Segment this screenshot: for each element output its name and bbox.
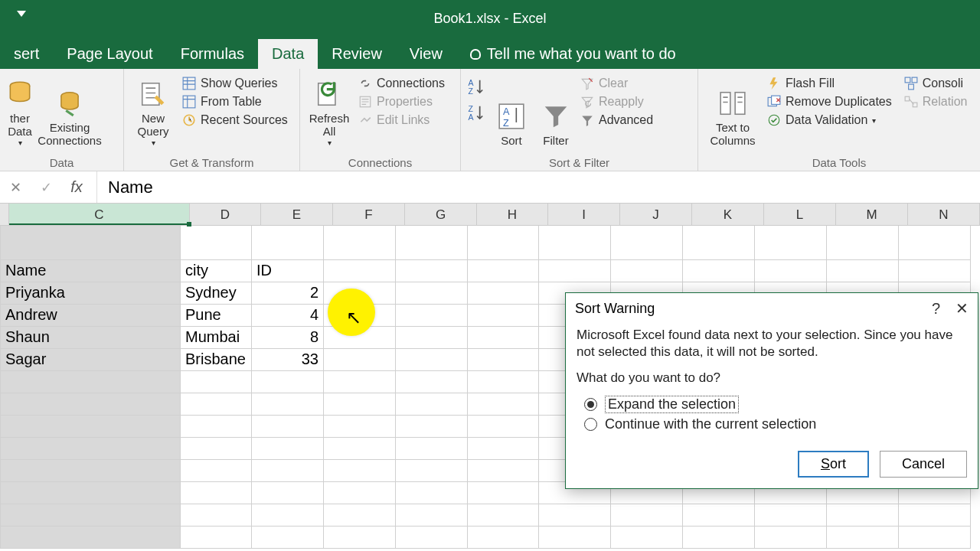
cell[interactable] xyxy=(324,349,396,371)
cell[interactable]: Shaun xyxy=(0,327,181,349)
cell[interactable]: Brisbane xyxy=(181,349,252,371)
cell[interactable] xyxy=(324,416,396,438)
consolidate-button[interactable]: Consoli xyxy=(904,77,968,90)
flash-fill-button[interactable]: Flash Fill xyxy=(767,77,892,90)
advanced-button[interactable]: Advanced xyxy=(580,113,653,127)
cell[interactable] xyxy=(252,371,324,393)
cell[interactable] xyxy=(324,527,396,549)
cell[interactable] xyxy=(181,371,252,393)
cell[interactable] xyxy=(324,393,396,416)
tab-formulas[interactable]: Formulas xyxy=(167,39,258,69)
cell[interactable] xyxy=(899,260,971,282)
formula-input[interactable]: Name xyxy=(96,171,980,203)
cell[interactable] xyxy=(468,482,539,504)
cell[interactable] xyxy=(899,226,971,260)
radio-expand-selection[interactable]: Expand the selection xyxy=(584,396,967,413)
cell[interactable] xyxy=(0,504,181,527)
cell[interactable]: 2 xyxy=(252,282,324,305)
cell[interactable] xyxy=(468,460,539,482)
show-queries-button[interactable]: Show Queries xyxy=(182,77,288,90)
sort-asc-icon[interactable]: AZ xyxy=(466,77,487,98)
cell[interactable]: ID xyxy=(252,260,324,282)
properties-button[interactable]: Properties xyxy=(358,95,445,109)
cell[interactable]: Sagar xyxy=(0,349,181,371)
cell[interactable] xyxy=(755,527,827,549)
cell[interactable] xyxy=(396,482,468,504)
cell[interactable] xyxy=(0,393,181,416)
cell[interactable]: Sydney xyxy=(181,282,252,305)
remove-duplicates-button[interactable]: Remove Duplicates xyxy=(767,95,892,109)
cell[interactable] xyxy=(0,438,181,460)
data-validation-button[interactable]: Data Validation ▾ xyxy=(767,113,892,127)
cell[interactable] xyxy=(683,504,755,527)
col-header-f[interactable]: F xyxy=(333,204,405,225)
select-all-corner[interactable] xyxy=(0,204,9,225)
cell[interactable] xyxy=(468,438,539,460)
cell[interactable]: Pune xyxy=(181,305,252,327)
cell[interactable] xyxy=(539,504,611,527)
cell[interactable]: Andrew xyxy=(0,305,181,327)
cell[interactable] xyxy=(468,282,539,305)
sort-desc-icon[interactable]: ZA xyxy=(466,103,487,124)
cell[interactable] xyxy=(324,260,396,282)
fx-button[interactable]: fx xyxy=(66,178,87,196)
cell[interactable] xyxy=(252,527,324,549)
col-header-k[interactable]: K xyxy=(692,204,764,225)
qat-dropdown-icon[interactable] xyxy=(17,11,26,17)
cell[interactable] xyxy=(0,460,181,482)
cell[interactable] xyxy=(755,504,827,527)
cell[interactable] xyxy=(539,527,611,549)
cell[interactable] xyxy=(396,349,468,371)
cell[interactable] xyxy=(396,226,468,260)
cell[interactable] xyxy=(324,371,396,393)
cell[interactable] xyxy=(0,527,181,549)
col-header-h[interactable]: H xyxy=(477,204,548,225)
col-header-l[interactable]: L xyxy=(764,204,836,225)
cell[interactable] xyxy=(181,226,252,260)
cell[interactable]: city xyxy=(181,260,252,282)
cell[interactable] xyxy=(827,504,899,527)
filter-button[interactable]: Filter xyxy=(536,73,576,150)
cell[interactable] xyxy=(324,438,396,460)
existing-connections-button[interactable]: Existing Connections xyxy=(40,73,100,150)
clear-button[interactable]: Clear xyxy=(580,77,653,90)
cell[interactable] xyxy=(181,416,252,438)
cell[interactable] xyxy=(468,504,539,527)
from-table-button[interactable]: From Table xyxy=(182,95,288,109)
cell[interactable] xyxy=(181,438,252,460)
cell[interactable] xyxy=(324,460,396,482)
cell[interactable] xyxy=(252,460,324,482)
cell[interactable] xyxy=(0,416,181,438)
cell[interactable] xyxy=(324,482,396,504)
col-header-d[interactable]: D xyxy=(190,204,261,225)
enter-formula-button[interactable]: ✓ xyxy=(35,179,57,196)
edit-links-button[interactable]: Edit Links xyxy=(358,113,445,127)
cell[interactable]: 8 xyxy=(252,327,324,349)
cell[interactable] xyxy=(827,527,899,549)
col-header-j[interactable]: J xyxy=(620,204,692,225)
sort-button[interactable]: AZ Sort xyxy=(492,73,531,150)
cell[interactable] xyxy=(396,305,468,327)
cell[interactable] xyxy=(396,327,468,349)
relationships-button[interactable]: Relation xyxy=(904,95,968,109)
cell[interactable] xyxy=(252,416,324,438)
cell[interactable] xyxy=(324,504,396,527)
cell[interactable] xyxy=(755,226,827,260)
cell[interactable] xyxy=(396,371,468,393)
cell[interactable] xyxy=(755,260,827,282)
cell[interactable] xyxy=(611,260,683,282)
cancel-button[interactable]: Cancel xyxy=(880,451,967,478)
cell[interactable]: Mumbai xyxy=(181,327,252,349)
col-header-i[interactable]: I xyxy=(548,204,620,225)
connections-button[interactable]: Connections xyxy=(358,77,445,90)
cell[interactable] xyxy=(468,260,539,282)
cell[interactable] xyxy=(0,371,181,393)
cell[interactable] xyxy=(181,460,252,482)
tab-tell-me[interactable]: Tell me what you want to do xyxy=(456,39,690,69)
cell[interactable] xyxy=(396,393,468,416)
cell[interactable] xyxy=(468,416,539,438)
refresh-all-button[interactable]: Refresh All ▾ xyxy=(305,73,354,150)
cell[interactable] xyxy=(468,393,539,416)
cell[interactable]: Priyanka xyxy=(0,282,181,305)
col-header-n[interactable]: N xyxy=(908,204,980,225)
